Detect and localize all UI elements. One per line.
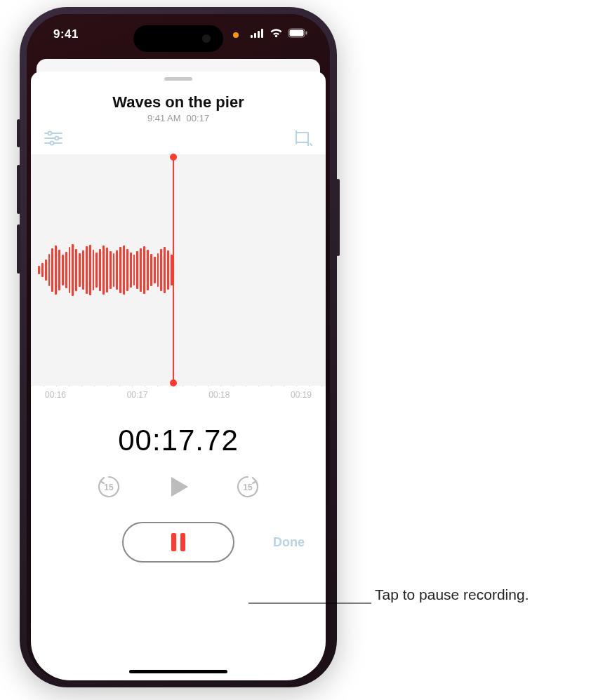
silence-switch	[17, 119, 20, 147]
volume-down-button	[17, 224, 20, 274]
waveform	[31, 228, 173, 312]
recording-header: Waves on the pier 9:41 AM 00:17	[31, 81, 326, 123]
svg-text:15: 15	[104, 483, 114, 492]
cellular-icon	[251, 28, 265, 41]
dynamic-island	[133, 25, 223, 52]
playback-controls: 15 15	[31, 473, 326, 501]
svg-point-8	[48, 132, 52, 135]
timeline-tick: 00:17	[127, 390, 148, 400]
waveform-area[interactable]	[31, 154, 326, 386]
svg-rect-6	[306, 32, 307, 35]
options-icon[interactable]	[44, 130, 63, 146]
elapsed-time: 00:17.72	[31, 424, 326, 457]
power-button	[336, 179, 340, 256]
svg-rect-2	[258, 31, 260, 38]
home-indicator[interactable]	[129, 670, 227, 673]
timeline-tick: 00:18	[208, 390, 230, 400]
pause-recording-button[interactable]	[122, 522, 234, 563]
svg-point-12	[51, 142, 54, 145]
svg-rect-3	[261, 29, 263, 38]
recording-title: Waves on the pier	[31, 93, 326, 112]
svg-rect-0	[251, 35, 253, 38]
timeline-ruler: 00:16 00:17 00:18 00:19	[31, 386, 326, 400]
skip-back-button[interactable]: 15	[95, 473, 122, 500]
svg-rect-5	[290, 30, 304, 36]
recording-sheet: Waves on the pier 9:41 AM 00:17	[31, 72, 326, 680]
recording-indicator-dot-icon	[233, 32, 239, 38]
volume-up-button	[17, 165, 20, 214]
trim-icon[interactable]	[293, 130, 313, 146]
recording-time-label: 9:41 AM	[147, 113, 181, 123]
iphone-frame: 9:41 Waves on the pier 9:41 AM	[20, 7, 337, 687]
playhead[interactable]	[173, 157, 174, 383]
timeline-tick: 00:16	[45, 390, 66, 400]
recording-duration-label: 00:17	[187, 113, 210, 123]
skip-forward-button[interactable]: 15	[234, 473, 261, 500]
screen: 9:41 Waves on the pier 9:41 AM	[27, 14, 330, 680]
battery-icon	[288, 28, 307, 41]
svg-rect-1	[254, 33, 256, 38]
pause-icon	[171, 533, 185, 551]
status-time: 9:41	[53, 27, 79, 41]
play-button[interactable]	[164, 473, 192, 501]
annotation-text: Tap to pause recording.	[375, 586, 529, 603]
svg-text:15: 15	[243, 483, 253, 492]
svg-rect-13	[296, 133, 308, 142]
playhead-handle-top-icon[interactable]	[170, 154, 177, 161]
timeline-tick: 00:19	[291, 390, 312, 400]
done-button[interactable]: Done	[273, 535, 305, 550]
svg-point-10	[55, 137, 59, 140]
wifi-icon	[270, 28, 283, 41]
